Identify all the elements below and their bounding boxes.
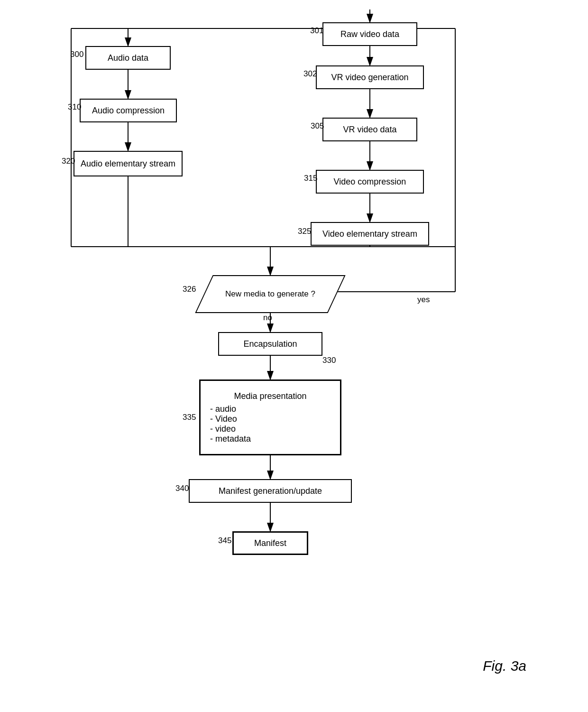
vr-video-generation-label: VR video generation [331,73,408,83]
label-330: 330 [322,356,336,365]
label-335: 335 [183,413,196,422]
figure-label: Fig. 3a [483,658,526,674]
label-325: 325 [298,227,311,236]
manifest-generation-label: Manifest generation/update [219,486,322,496]
yes-label: yes [417,295,430,305]
label-326: 326 [183,285,196,294]
label-340: 340 [175,484,189,493]
label-315: 315 [304,174,317,183]
no-label: no [263,313,272,323]
label-310: 310 [68,102,81,112]
raw-video-data-box: Raw video data [322,22,417,46]
mp-line4: - video [210,424,236,434]
video-elementary-stream-label: Video elementary stream [322,229,417,239]
audio-data-box: Audio data [85,46,171,70]
label-301: 301 [310,26,323,36]
audio-compression-label: Audio compression [92,106,165,116]
label-345: 345 [218,536,231,546]
video-elementary-stream-box: Video elementary stream [311,222,429,246]
vr-video-data-box: VR video data [322,118,417,141]
media-presentation-box: Media presentation - audio - Video - vid… [199,379,341,455]
vr-video-generation-box: VR video generation [316,65,424,89]
diamond-container: New media to generate ? [194,275,346,313]
media-presentation-title: Media presentation [210,391,331,401]
label-320: 320 [62,157,75,166]
label-302: 302 [303,69,317,79]
audio-elementary-stream-box: Audio elementary stream [74,151,183,176]
video-compression-box: Video compression [316,170,424,194]
raw-video-data-label: Raw video data [340,29,399,39]
manifest-generation-box: Manifest generation/update [189,479,352,503]
mp-line3: - Video [210,414,237,424]
label-300: 300 [70,50,83,59]
mp-line5: - metadata [210,434,251,444]
encapsulation-box: Encapsulation [218,332,322,356]
manifest-box: Manifest [232,531,308,555]
audio-compression-box: Audio compression [80,99,177,122]
audio-data-label: Audio data [108,53,148,63]
manifest-label: Manifest [254,538,286,548]
video-compression-label: Video compression [334,177,406,187]
audio-elementary-stream-label: Audio elementary stream [81,159,175,169]
vr-video-data-label: VR video data [343,125,396,135]
diamond-label: New media to generate ? [211,289,330,299]
label-305: 305 [311,121,324,131]
mp-line2: - audio [210,404,236,414]
diagram-container: Audio data 300 Audio compression 310 Aud… [0,0,588,712]
encapsulation-label: Encapsulation [243,339,297,349]
